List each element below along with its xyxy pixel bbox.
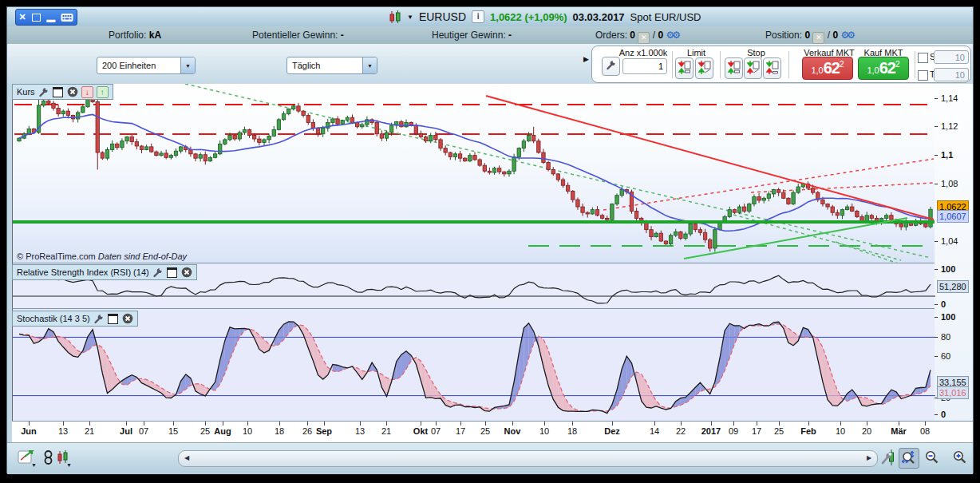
candle — [233, 136, 236, 139]
timeframe-select[interactable]: Täglich ▼ — [286, 57, 377, 74]
buy-market-button[interactable]: 1,0622 — [858, 57, 909, 80]
keyboard-icon[interactable] — [61, 13, 73, 22]
close-panel-icon[interactable] — [181, 267, 192, 278]
stop-sell-order-button[interactable] — [725, 57, 743, 79]
time-axis-label: 25 — [765, 426, 793, 436]
stop-sell-icon — [727, 59, 741, 76]
candle — [488, 171, 491, 172]
wrench-icon[interactable] — [38, 86, 49, 97]
candle — [346, 117, 349, 121]
time-axis-tick — [925, 422, 926, 426]
zoom-in-button[interactable] — [950, 448, 970, 467]
stop-trailing-order-button[interactable] — [763, 57, 781, 79]
candle — [606, 218, 609, 220]
price-change: 1,0622 (+1,09%) — [490, 11, 567, 23]
stop-loss-checkbox[interactable] — [918, 53, 928, 63]
sell-price-small: 1,0 — [811, 65, 823, 75]
time-axis-label: 21 — [75, 426, 104, 436]
position-close-icon[interactable]: ✕ — [812, 32, 824, 44]
sell-market-button[interactable]: 1,0622 — [802, 57, 853, 80]
maximize-icon[interactable] — [32, 14, 41, 22]
price-chart-area[interactable] — [12, 84, 935, 263]
horizontal-scrollbar[interactable]: ◀ ▶ — [178, 450, 878, 467]
limit-buy-order-button[interactable] — [695, 57, 713, 79]
candle — [292, 106, 295, 109]
candle — [703, 232, 706, 240]
candle — [709, 240, 712, 248]
candle — [194, 154, 197, 158]
time-axis-tick — [460, 422, 461, 426]
time-axis-tick — [421, 422, 421, 426]
instrument-dropdown-icon[interactable]: ▼ — [407, 14, 413, 21]
time-axis-label: 18 — [265, 426, 294, 436]
time-axis-tick — [544, 422, 545, 426]
orders-cancel-icon[interactable]: ✕ — [638, 32, 650, 44]
time-axis[interactable]: Jun1321Jul071525Aug101826Sep1321Okt07172… — [12, 421, 973, 442]
kurs-panel-title: Kurs — [17, 87, 35, 97]
link-charts-button[interactable] — [41, 448, 55, 467]
today-gain-label: Heutiger Gewinn: - — [432, 30, 512, 41]
close-panel-icon[interactable] — [67, 86, 78, 97]
zoom-out-button[interactable] — [923, 448, 942, 467]
trendline[interactable] — [684, 218, 907, 259]
stop-buy-order-button[interactable] — [744, 57, 762, 79]
candle — [375, 122, 378, 133]
position-settings-icon[interactable]: ⚙⚙ — [840, 30, 853, 41]
detach-window-icon[interactable] — [53, 86, 64, 97]
candle — [856, 211, 859, 216]
candle — [571, 191, 575, 200]
candle — [439, 140, 442, 148]
info-icon[interactable]: i — [472, 10, 484, 23]
rsi-panel-header: Relative Strength Index (RSI) (14) — [12, 264, 197, 280]
detach-window-icon[interactable] — [108, 313, 119, 324]
take-profit-input[interactable] — [934, 68, 969, 81]
candle — [742, 207, 745, 211]
wrench-icon[interactable] — [93, 313, 105, 324]
candle — [219, 144, 222, 154]
candle — [645, 223, 648, 230]
candle — [669, 236, 672, 244]
quantity-input[interactable] — [622, 58, 667, 74]
link-icon — [43, 449, 53, 465]
candle — [576, 200, 579, 207]
chart-settings-button[interactable] — [879, 448, 899, 467]
limit-sell-order-button[interactable] — [675, 57, 694, 79]
buy-marker-icon[interactable]: ↑ — [97, 86, 109, 98]
time-axis-tick — [899, 422, 899, 426]
trendline[interactable] — [486, 96, 934, 220]
time-axis-tick — [63, 422, 64, 426]
wrench-icon[interactable] — [152, 267, 164, 278]
chevron-down-icon[interactable]: ▼ — [31, 462, 37, 468]
candle — [924, 224, 927, 228]
order-settings-wrench-button[interactable] — [602, 57, 620, 76]
candle — [497, 168, 500, 172]
minimize-icon[interactable]: ▬ — [46, 15, 55, 24]
units-select[interactable]: 200 Einheiten ▼ — [97, 57, 196, 74]
scroll-left-icon[interactable]: ◀ — [181, 453, 192, 463]
time-axis-tick — [681, 422, 682, 426]
candle — [890, 216, 893, 220]
close-window-icon[interactable]: ✕ — [19, 13, 26, 22]
time-axis-tick — [436, 422, 437, 426]
candle — [258, 139, 261, 142]
candle — [380, 134, 383, 138]
stop-loss-input[interactable] — [934, 50, 969, 64]
detach-window-icon[interactable] — [167, 267, 178, 278]
chevron-down-icon[interactable]: ▼ — [66, 462, 72, 468]
close-panel-icon[interactable] — [122, 313, 133, 324]
take-profit-checkbox[interactable] — [918, 70, 928, 81]
candle — [453, 154, 456, 157]
market-name: Spot EUR/USD — [630, 11, 701, 23]
stochastic-axis-label: 0 — [941, 409, 973, 420]
candle — [424, 137, 427, 141]
scroll-right-icon[interactable]: ▶ — [863, 453, 875, 463]
sell-marker-icon[interactable]: ↓ — [81, 86, 93, 98]
trade-panel-collapse-arrow[interactable]: ▶ — [583, 55, 589, 63]
zoom-selection-button[interactable] — [899, 448, 919, 469]
stochastic-panel-area[interactable] — [12, 308, 935, 421]
candle — [121, 141, 124, 148]
candle — [110, 144, 113, 149]
candle — [591, 210, 594, 214]
trendline[interactable] — [603, 159, 934, 210]
orders-settings-icon[interactable]: ⚙⚙ — [666, 30, 678, 41]
